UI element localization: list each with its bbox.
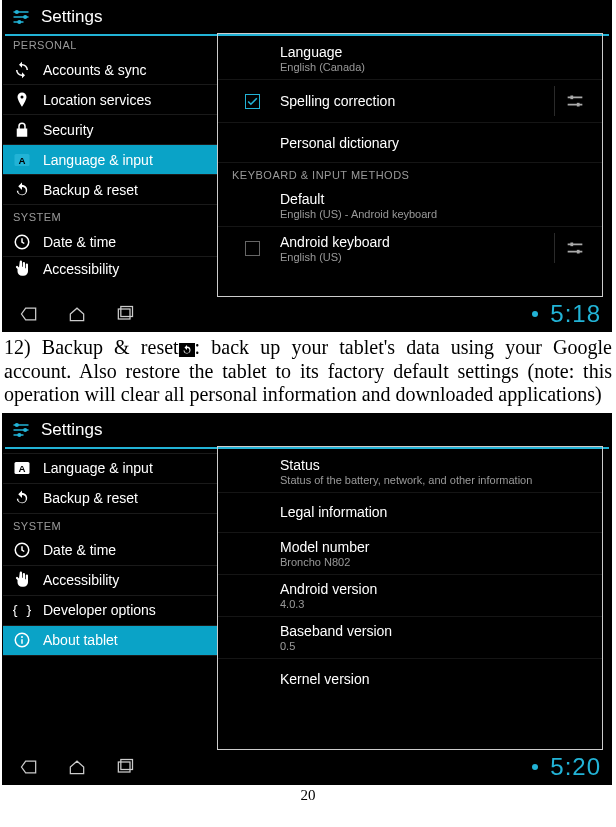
settings-title: Settings [41, 420, 102, 440]
system-navbar: 5:20 [3, 750, 611, 784]
sync-icon [11, 59, 33, 81]
entry-android-version[interactable]: Android version 4.0.3 [218, 575, 602, 617]
entry-subtitle: Status of the battery, network, and othe… [280, 474, 594, 486]
sidebar-item-label: Security [43, 122, 94, 138]
back-button[interactable] [9, 753, 49, 781]
a-key-icon [11, 149, 33, 171]
screenshot-language-input: Settings PERSONAL Accounts & sync Locati… [2, 0, 612, 332]
status-clock: 5:18 [550, 300, 601, 328]
system-navbar: 5:18 [3, 297, 611, 331]
hand-icon [11, 569, 33, 591]
settings-icon [7, 418, 35, 442]
sidebar-item-label: Language & input [43, 460, 153, 476]
entry-title: Status [280, 457, 594, 473]
entry-title: Language [280, 44, 594, 60]
entry-subtitle: English (US) - Android keyboard [280, 208, 594, 220]
reset-icon [11, 487, 33, 509]
sidebar-item-label: Developer options [43, 602, 156, 618]
sidebar-item-datetime[interactable]: Date & time [3, 536, 217, 566]
sidebar-item-label: Date & time [43, 234, 116, 250]
sidebar-item-backup[interactable]: Backup & reset [3, 484, 217, 514]
a-key-icon [11, 457, 33, 479]
entry-baseband[interactable]: Baseband version 0.5 [218, 617, 602, 659]
entry-title: Android keyboard [280, 234, 554, 250]
sidebar-item-label: Backup & reset [43, 182, 138, 198]
entry-title: Baseband version [280, 623, 594, 639]
entry-default-kb[interactable]: Default English (US) - Android keyboard [218, 185, 602, 227]
entry-subtitle: English (Canada) [280, 61, 594, 73]
sidebar-item-location[interactable]: Location services [3, 85, 217, 115]
entry-title: Default [280, 191, 594, 207]
section-system: SYSTEM [3, 205, 217, 227]
back-button[interactable] [9, 300, 49, 328]
sidebar-item-accessibility[interactable]: Accessibility [3, 257, 217, 281]
reset-inline-icon [179, 343, 195, 357]
checkbox-spelling[interactable] [245, 94, 260, 109]
sidebar-item-language[interactable]: Language & input [3, 454, 217, 484]
notification-dot [532, 764, 538, 770]
sidebar-item-security[interactable]: Security [3, 115, 217, 145]
hand-icon [11, 258, 33, 280]
sidebar-item-accessibility[interactable]: Accessibility [3, 566, 217, 596]
home-button[interactable] [57, 753, 97, 781]
entry-model[interactable]: Model number Broncho N802 [218, 533, 602, 575]
entry-subtitle: 0.5 [280, 640, 594, 652]
clock-icon [11, 231, 33, 253]
sidebar-item-about[interactable]: About tablet [3, 626, 217, 656]
sliders-icon [564, 90, 586, 112]
entry-title: Model number [280, 539, 594, 555]
entry-title: Personal dictionary [280, 135, 594, 151]
sidebar-item-label: Location services [43, 92, 151, 108]
section-system: SYSTEM [3, 514, 217, 536]
entry-kernel[interactable]: Kernel version [218, 659, 602, 699]
sidebar-item-label: Accessibility [43, 572, 119, 588]
entry-subtitle: 4.0.3 [280, 598, 594, 610]
android-kb-settings-button[interactable] [554, 233, 594, 263]
settings-detail-pane: Status Status of the battery, network, a… [217, 446, 603, 750]
entry-spelling[interactable]: Spelling correction [218, 80, 602, 123]
clock-icon [11, 539, 33, 561]
page-number: 20 [2, 787, 614, 804]
section-personal: PERSONAL [3, 33, 217, 55]
entry-android-kb[interactable]: Android keyboard English (US) [218, 227, 602, 269]
entry-dictionary[interactable]: Personal dictionary [218, 123, 602, 163]
reset-icon [11, 179, 33, 201]
entry-status[interactable]: Status Status of the battery, network, a… [218, 451, 602, 493]
sidebar-item-language[interactable]: Language & input [3, 145, 217, 175]
info-icon [11, 629, 33, 651]
checkbox-android-kb[interactable] [245, 241, 260, 256]
status-clock: 5:20 [550, 753, 601, 781]
lock-icon [11, 119, 33, 141]
entry-title: Spelling correction [280, 93, 554, 109]
entry-title: Legal information [280, 504, 594, 520]
entry-subtitle: English (US) [280, 251, 554, 263]
entry-title: Android version [280, 581, 594, 597]
sidebar-item-label: Accessibility [43, 261, 119, 277]
recent-apps-button[interactable] [105, 753, 145, 781]
para-prefix: 12) Backup & reset [4, 336, 179, 358]
settings-titlebar: Settings [3, 414, 611, 446]
settings-sidebar: Language & input Backup & reset SYSTEM D… [3, 446, 217, 750]
sidebar-item-label: Backup & reset [43, 490, 138, 506]
braces-icon [11, 599, 33, 621]
entry-title: Kernel version [280, 671, 594, 687]
settings-title: Settings [41, 7, 102, 27]
instruction-paragraph: 12) Backup & reset: back up your tablet'… [4, 336, 612, 407]
sidebar-item-label: Date & time [43, 542, 116, 558]
spelling-settings-button[interactable] [554, 86, 594, 116]
sidebar-item-label: Language & input [43, 152, 153, 168]
sliders-icon [564, 237, 586, 259]
sidebar-item-backup[interactable]: Backup & reset [3, 175, 217, 205]
section-keyboard: KEYBOARD & INPUT METHODS [218, 163, 602, 185]
home-button[interactable] [57, 300, 97, 328]
sidebar-item-label: About tablet [43, 632, 118, 648]
entry-language[interactable]: Language English (Canada) [218, 38, 602, 80]
notification-dot [532, 311, 538, 317]
recent-apps-button[interactable] [105, 300, 145, 328]
sidebar-item-developer[interactable]: Developer options [3, 596, 217, 626]
sidebar-item-accounts[interactable]: Accounts & sync [3, 55, 217, 85]
entry-legal[interactable]: Legal information [218, 493, 602, 533]
location-icon [11, 89, 33, 111]
settings-icon [7, 5, 35, 29]
sidebar-item-datetime[interactable]: Date & time [3, 227, 217, 257]
